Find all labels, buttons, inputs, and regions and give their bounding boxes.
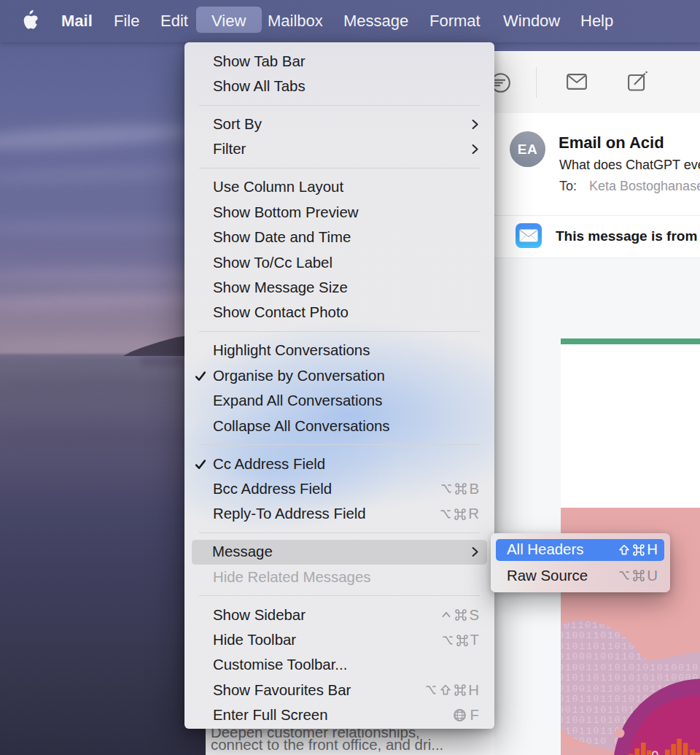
svg-text:01000010: 01000010 [561,746,615,755]
svg-text:0100110101010101001010: 0100110101010101001010 [561,662,700,673]
svg-text:001101011010: 001101011010 [561,705,642,716]
